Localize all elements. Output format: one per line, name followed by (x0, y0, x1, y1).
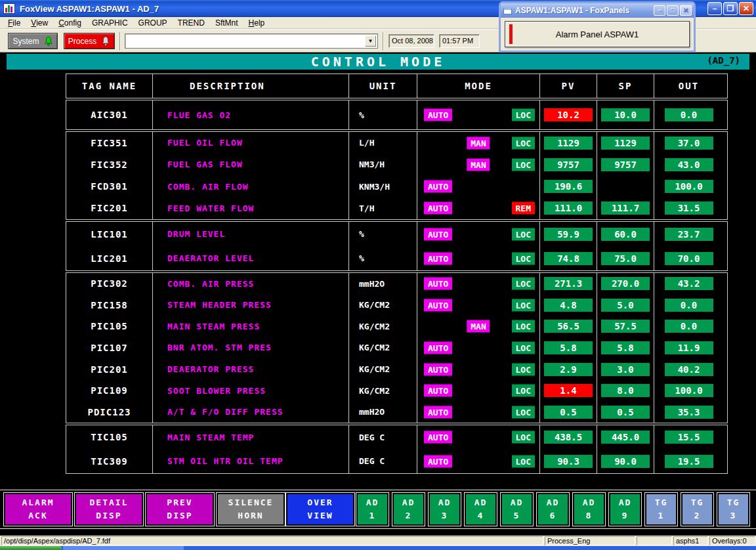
button-label-line: AD (547, 496, 560, 509)
sp-cell: 57.5 (597, 316, 654, 337)
tg-1-button[interactable]: TG1 (646, 494, 676, 524)
window-title: FoxView ASPAW1:ASPAW1 - AD_7 (20, 4, 159, 14)
mode-auto-badge: AUTO (424, 299, 452, 311)
display-selector-combobox[interactable]: ▼ (125, 33, 378, 49)
button-label-line: 8 (586, 509, 593, 522)
mode-loc-badge: LOC (512, 406, 535, 418)
mode-cell: MANLOC (417, 316, 540, 337)
over-view-button[interactable]: OVERVIEW (287, 494, 353, 524)
tag-unit: KG/CM2 (349, 316, 417, 337)
mode-man-badge: MAN (467, 320, 490, 333)
menu-help[interactable]: Help (243, 18, 270, 28)
ad-8-button[interactable]: AD8 (574, 494, 604, 524)
button-label-line: 1 (658, 509, 665, 522)
button-label-line: 2 (406, 509, 412, 522)
sp-value: 270.0 (601, 277, 650, 290)
ad-9-button[interactable]: AD9 (610, 494, 640, 524)
toolbar-separator (383, 32, 384, 51)
start-button[interactable] (0, 546, 62, 550)
tag-unit: T/H (349, 198, 417, 219)
table-group-5: TIC105MAIN STEAM TEMPDEG CAUTOLOC438.544… (66, 425, 728, 474)
out-cell: 23.7 (654, 222, 723, 246)
sp-cell (597, 176, 654, 198)
menu-trend[interactable]: TREND (173, 18, 210, 28)
mode-loc-badge: LOC (512, 252, 535, 264)
ad-1-button[interactable]: AD1 (358, 494, 387, 524)
ad-5-button[interactable]: AD5 (502, 494, 532, 524)
out-value: 70.0 (665, 252, 713, 265)
ad-6-button[interactable]: AD6 (538, 494, 568, 524)
tg-3-button[interactable]: TG3 (719, 494, 748, 524)
ad-2-button[interactable]: AD2 (394, 494, 423, 524)
out-cell: 0.0 (654, 100, 723, 129)
pv-value: 74.8 (544, 252, 593, 265)
tag-description: COMB. AIR PRESS (153, 273, 349, 295)
mode-auto-badge: AUTO (424, 202, 452, 215)
sp-cell: 8.0 (597, 380, 654, 402)
sp-cell: 10.0 (597, 100, 654, 129)
process-alarm-button[interactable]: Process (64, 33, 115, 49)
sp-value: 5.0 (601, 299, 650, 312)
button-label-line: DISP (96, 509, 121, 522)
display-banner: CONTROL MODE (AD_7) (7, 54, 749, 70)
mode-auto-badge: AUTO (424, 341, 452, 354)
menu-sftmnt[interactable]: SftMnt (210, 18, 243, 28)
button-label-line: TG (727, 496, 740, 509)
button-label-line: SILENCE (228, 496, 274, 509)
tag-description: FUEL GAS FLOW (153, 154, 349, 175)
mode-cell: AUTOLOC (417, 425, 540, 450)
ad-3-button[interactable]: AD3 (430, 494, 459, 524)
prev-disp-button[interactable]: PREVDISP (147, 494, 213, 524)
mode-loc-badge: LOC (512, 385, 535, 397)
alarm-status-stripe (509, 24, 513, 44)
mode-auto-badge: AUTO (424, 228, 452, 240)
sp-value: 9757 (601, 158, 650, 171)
out-cell: 100.0 (654, 380, 723, 402)
menu-view[interactable]: View (26, 18, 53, 28)
tag-name: PIC201 (66, 358, 153, 380)
foxpanels-maximize-button[interactable]: □ (667, 5, 679, 16)
tag-name: TIC105 (66, 425, 153, 450)
detail-disp-button[interactable]: DETAILDISP (76, 494, 142, 524)
tag-unit: % (349, 100, 417, 129)
pv-cell: 10.2 (540, 100, 597, 129)
alarm-ack-button[interactable]: ALARMACK (5, 494, 71, 524)
tag-description: COMB. AIR FLOW (153, 176, 349, 198)
foxpanels-minimize-button[interactable]: – (654, 5, 665, 16)
tag-unit: KG/CM2 (349, 380, 417, 402)
foxpanels-close-button[interactable]: ✕ (680, 5, 692, 16)
tag-unit: KG/CM2 (349, 337, 417, 359)
tg-2-button[interactable]: TG2 (682, 494, 712, 524)
out-cell: 40.2 (654, 358, 723, 380)
taskbar-window-button[interactable] (63, 546, 184, 550)
system-alarm-button[interactable]: System (8, 33, 58, 49)
sp-cell: 5.8 (597, 337, 654, 359)
combobox-dropdown-arrow[interactable]: ▼ (365, 35, 376, 47)
sp-value: 90.0 (601, 455, 650, 468)
mode-cell: AUTOLOC (417, 246, 540, 270)
alarm-panel-button[interactable]: Alarm Panel ASPAW1 (505, 21, 690, 47)
ad-4-button[interactable]: AD4 (466, 494, 495, 524)
windows-taskbar[interactable] (0, 546, 756, 550)
tag-unit: KG/CM2 (349, 295, 417, 316)
tag-description: FUEL OIL FLOW (153, 132, 349, 154)
tag-name: PIC302 (66, 273, 153, 295)
sp-value: 8.0 (601, 384, 650, 397)
tag-description: FLUE GAS O2 (153, 100, 349, 129)
menu-config[interactable]: Config (53, 18, 87, 28)
menu-group[interactable]: GROUP (133, 18, 173, 28)
menu-file[interactable]: File (3, 18, 26, 28)
pv-value: 438.5 (544, 431, 593, 444)
out-value: 0.0 (665, 320, 713, 333)
silence-horn-button[interactable]: SILENCEHORN (218, 494, 284, 524)
out-value: 37.0 (665, 137, 713, 150)
mode-cell: MANLOC (417, 154, 540, 175)
button-label-line: TG (655, 496, 668, 509)
restore-button[interactable]: ❐ (723, 2, 738, 15)
menu-graphic[interactable]: GRAPHIC (87, 18, 133, 28)
minimize-button[interactable]: – (707, 2, 722, 15)
mode-loc-badge: LOC (512, 320, 535, 333)
tag-description: MAIN STEAM PRESS (153, 316, 349, 337)
close-button[interactable]: ✕ (739, 2, 753, 15)
out-value: 0.0 (665, 299, 713, 312)
